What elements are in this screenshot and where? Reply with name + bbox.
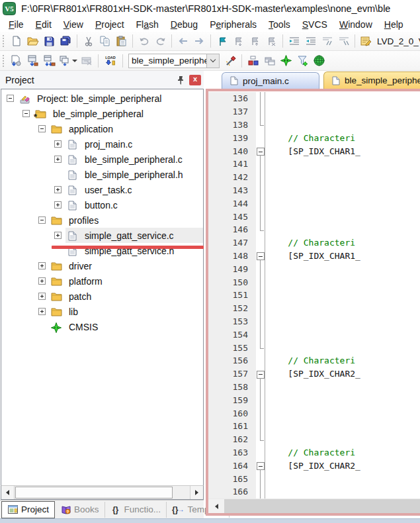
undo-button[interactable] xyxy=(136,33,152,49)
tree-expander[interactable] xyxy=(38,216,46,224)
tree-item-label[interactable]: proj_main.c xyxy=(85,139,132,150)
fold-marker[interactable] xyxy=(256,184,265,197)
scroll-left-arrow[interactable] xyxy=(1,486,15,499)
menu-item[interactable]: Debug xyxy=(165,18,204,31)
scrollbar-thumb[interactable] xyxy=(15,487,173,499)
tree-row-highlight[interactable]: profiles xyxy=(50,213,203,228)
tree-row-highlight[interactable]: lib xyxy=(50,304,203,319)
fold-marker[interactable] xyxy=(256,393,265,406)
manage-project-items-button[interactable] xyxy=(245,53,261,69)
open-file-button[interactable] xyxy=(24,33,41,49)
tree-item-label[interactable]: ble_simple_peripheral xyxy=(53,109,144,119)
rebuild-button[interactable] xyxy=(41,53,58,69)
menu-item[interactable]: Project xyxy=(89,18,130,31)
tree-item-label[interactable]: Project: ble_simple_peripheral xyxy=(37,93,161,104)
fold-marker[interactable] xyxy=(256,197,265,210)
editor-tab-proj-main[interactable]: proj_main.c xyxy=(222,72,319,89)
editor-hscrollbar[interactable] xyxy=(208,499,420,513)
fold-marker[interactable] xyxy=(256,367,265,381)
fold-marker[interactable] xyxy=(256,92,265,105)
fold-marker[interactable] xyxy=(256,354,265,367)
menu-item[interactable]: Help xyxy=(378,18,409,31)
chevron-down-icon[interactable] xyxy=(206,54,220,68)
paste-button[interactable] xyxy=(113,33,130,49)
code-viewport[interactable]: 136 137 138 xyxy=(208,91,420,499)
tree-row[interactable]: CMSIS xyxy=(1,319,203,334)
save-all-button[interactable] xyxy=(58,33,74,49)
cut-button[interactable] xyxy=(80,33,97,49)
tree-expander[interactable] xyxy=(38,125,46,132)
tree-row-highlight[interactable]: platform xyxy=(50,273,203,289)
tree-item-label[interactable]: ble_simple_peripheral.h xyxy=(85,169,183,180)
fold-marker[interactable] xyxy=(256,275,265,289)
tree-row[interactable]: Project: ble_simple_peripheral xyxy=(1,91,203,106)
tree-item-label[interactable]: simple_gatt_service.c xyxy=(85,230,174,241)
navigate-back-button[interactable] xyxy=(175,33,191,49)
tree-row-highlight[interactable]: ble_simple_peripheral.c xyxy=(65,152,203,167)
target-select[interactable]: ble_simple_periphera xyxy=(128,54,220,68)
fold-marker[interactable] xyxy=(256,171,265,184)
tree-row[interactable]: platform xyxy=(1,273,203,289)
tree-row[interactable]: ble_simple_peripheral.h xyxy=(1,167,203,182)
tree-row[interactable]: ble_simple_peripheral.c xyxy=(1,152,203,167)
fold-marker[interactable] xyxy=(256,446,265,459)
fold-marker[interactable] xyxy=(256,223,265,236)
tree-row[interactable]: user_task.c xyxy=(1,182,203,197)
uncomment-selection-button[interactable] xyxy=(335,33,352,49)
toolbar-grip[interactable] xyxy=(1,35,5,47)
fold-marker[interactable] xyxy=(256,158,265,171)
menu-item[interactable]: Peripherals xyxy=(204,18,263,31)
tree-expander[interactable] xyxy=(38,262,46,269)
tree-item-label[interactable]: CMSIS xyxy=(69,322,98,332)
tree-expander[interactable] xyxy=(54,232,62,239)
tree-row-highlight[interactable]: button.c xyxy=(65,197,203,213)
tree-row-highlight[interactable]: user_task.c xyxy=(65,182,203,197)
fold-marker[interactable] xyxy=(256,406,265,420)
menu-item[interactable]: Window xyxy=(333,18,378,31)
tree-expander[interactable] xyxy=(38,293,46,300)
menu-item[interactable]: Tools xyxy=(263,18,296,31)
fold-marker[interactable] xyxy=(256,144,265,158)
tree-row[interactable]: proj_main.c xyxy=(1,136,203,152)
select-software-packs-button[interactable] xyxy=(294,53,311,69)
fold-marker[interactable] xyxy=(256,433,265,446)
fold-marker[interactable] xyxy=(256,420,265,433)
translate-button[interactable] xyxy=(8,53,24,69)
menu-item[interactable]: SVCS xyxy=(296,18,333,31)
options-for-target-button[interactable] xyxy=(222,53,239,69)
menu-item[interactable]: Edit xyxy=(30,18,58,31)
tree-row[interactable]: patch xyxy=(1,289,203,304)
fold-marker[interactable] xyxy=(256,289,265,302)
tree-row[interactable]: driver xyxy=(1,258,203,273)
scroll-left-arrow[interactable] xyxy=(208,499,224,513)
insert-bookmark-button[interactable] xyxy=(214,33,230,49)
tree-row-highlight[interactable]: patch xyxy=(50,289,203,304)
tree-item-label[interactable]: ble_simple_peripheral.c xyxy=(85,154,183,165)
fold-marker[interactable] xyxy=(256,485,265,499)
fold-marker[interactable] xyxy=(256,250,265,263)
fold-marker[interactable] xyxy=(256,381,265,394)
tree-item-label[interactable]: platform xyxy=(69,276,103,287)
menu-item[interactable]: Flash xyxy=(130,18,165,31)
clear-all-bookmarks-button[interactable] xyxy=(263,33,280,49)
tree-item-label[interactable]: user_task.c xyxy=(85,185,132,195)
tree-row[interactable]: lib xyxy=(1,304,203,319)
fold-marker[interactable] xyxy=(256,105,265,119)
tree-row[interactable]: profiles xyxy=(1,213,203,228)
tree-expander[interactable] xyxy=(38,308,46,315)
fold-marker[interactable] xyxy=(256,341,265,354)
file-extensions-button[interactable] xyxy=(261,53,278,69)
tree-item-label[interactable]: application xyxy=(69,124,113,134)
tree-row-highlight[interactable]: simple_gatt_service.c xyxy=(65,228,203,243)
manage-run-time-environment-button[interactable] xyxy=(278,53,294,69)
save-button[interactable] xyxy=(41,33,58,49)
tree-item-label[interactable]: profiles xyxy=(69,215,99,226)
tree-row-highlight[interactable]: ble_simple_peripheral xyxy=(34,106,203,121)
batch-build-dropdown-caret[interactable] xyxy=(72,60,77,62)
fold-marker[interactable] xyxy=(256,131,265,144)
tree-item-label[interactable]: button.c xyxy=(85,200,118,211)
bottom-tab[interactable]: ? Project xyxy=(1,501,55,518)
fold-marker[interactable] xyxy=(256,119,265,132)
tree-expander[interactable] xyxy=(38,277,46,285)
flash-config-label[interactable]: LVD_2_0_V xyxy=(377,36,420,46)
